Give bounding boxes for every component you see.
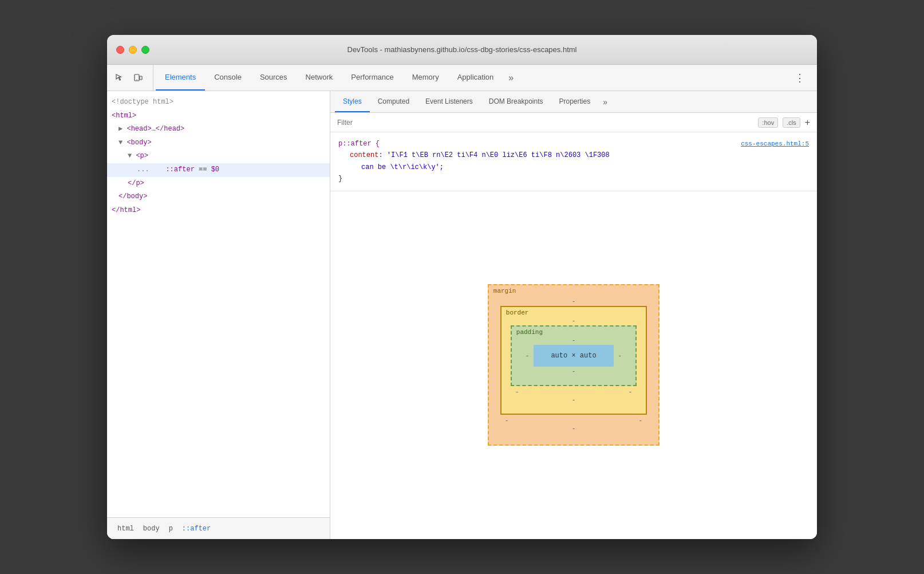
margin-bottom-value: -	[500, 424, 647, 433]
prop-value-line1: 'I\F1 t\EB rn\E2 ti\F4 n\E0 liz\E6 ti\F8…	[387, 151, 610, 159]
toolbar-end: ⋮	[787, 65, 812, 91]
tab-memory[interactable]: Memory	[403, 65, 448, 91]
tab-sources[interactable]: Sources	[251, 65, 297, 91]
rule-selector: p::after {	[338, 138, 380, 150]
css-rule-section: p::after { css-escapes.html:5 content: '…	[330, 132, 817, 191]
padding-left-value: -	[521, 352, 534, 359]
filter-input[interactable]	[337, 119, 758, 127]
box-model-section: margin - border - padding -	[330, 191, 817, 539]
close-button[interactable]	[116, 46, 124, 54]
panel-tab-event-listeners[interactable]: Event Listeners	[417, 91, 481, 112]
prop-name: content	[350, 151, 378, 159]
box-content: auto × auto	[534, 345, 613, 367]
tree-close-p[interactable]: </p>	[107, 177, 330, 191]
padding-label: padding	[516, 329, 543, 336]
border-left-value: -	[511, 388, 524, 395]
panel-tabs: Styles Computed Event Listeners DOM Brea…	[330, 91, 817, 113]
filter-right: :hov .cls +	[758, 117, 810, 128]
tab-application[interactable]: Application	[448, 65, 503, 91]
panel-tab-styles[interactable]: Styles	[335, 91, 370, 112]
right-panel: Styles Computed Event Listeners DOM Brea…	[330, 91, 817, 539]
breadcrumb-body[interactable]: body	[140, 524, 163, 534]
padding-right-value: -	[614, 352, 627, 359]
hov-button[interactable]: :hov	[758, 117, 778, 128]
tree-doctype: <!doctype html>	[107, 96, 330, 109]
devtools-menu-button[interactable]: ⋮	[792, 70, 808, 86]
tree-head[interactable]: ▶ <head>…</head>	[107, 123, 330, 136]
main-content: <!doctype html> <html> ▶ <head>…</head> …	[107, 91, 817, 539]
rule-header: p::after { css-escapes.html:5	[338, 138, 809, 150]
tree-close-html[interactable]: </html>	[107, 204, 330, 218]
panel-tab-dom-breakpoints[interactable]: DOM Breakpoints	[481, 91, 551, 112]
margin-left-value: -	[500, 417, 514, 424]
border-row: - -	[511, 388, 637, 395]
devtools-window: DevTools - mathiasbynens.github.io/css-d…	[107, 35, 817, 539]
border-bottom-value: -	[511, 395, 637, 404]
box-margin: margin - border - padding -	[488, 284, 660, 446]
tab-network[interactable]: Network	[297, 65, 342, 91]
border-label: border	[506, 309, 529, 316]
maximize-button[interactable]	[141, 46, 149, 54]
breadcrumb-html[interactable]: html	[114, 524, 137, 534]
css-property: content: 'I\F1 t\EB rn\E2 ti\F4 n\E0 liz…	[338, 150, 809, 173]
elements-panel: <!doctype html> <html> ▶ <head>…</head> …	[107, 91, 330, 539]
filter-bar: :hov .cls +	[330, 113, 817, 132]
tree-html[interactable]: <html>	[107, 109, 330, 123]
border-top-value: -	[511, 316, 637, 325]
toolbar-icons	[112, 65, 153, 91]
inspect-icon[interactable]	[112, 70, 128, 86]
border-right-value: -	[624, 388, 637, 395]
padding-bottom-value: -	[521, 367, 626, 376]
margin-row: - -	[500, 417, 647, 424]
more-tabs-button[interactable]: »	[503, 65, 519, 91]
tree-body[interactable]: ▼ <body>	[107, 136, 330, 150]
box-padding: padding - - auto × auto	[511, 325, 637, 386]
css-close-brace: }	[338, 173, 809, 184]
panel-tab-properties[interactable]: Properties	[551, 91, 598, 112]
tree-after-selected[interactable]: ... ::after == $0	[107, 163, 330, 177]
padding-top-value: -	[521, 336, 626, 345]
tab-elements[interactable]: Elements	[156, 65, 205, 91]
svg-rect-1	[140, 76, 142, 80]
prop-value-line2: can be \t\r\ic\k\y';	[350, 162, 809, 173]
tab-performance[interactable]: Performance	[342, 65, 402, 91]
main-toolbar: Elements Console Sources Network Perform…	[107, 65, 817, 91]
content-size: auto × auto	[551, 352, 596, 360]
box-model: margin - border - padding -	[488, 284, 660, 446]
breadcrumb-p[interactable]: p	[165, 524, 176, 534]
padding-row: - auto × auto -	[521, 345, 626, 367]
margin-right-value: -	[634, 417, 647, 424]
window-title: DevTools - mathiasbynens.github.io/css-d…	[347, 45, 576, 54]
traffic-lights	[116, 46, 149, 54]
elements-tree[interactable]: <!doctype html> <html> ▶ <head>…</head> …	[107, 91, 330, 517]
main-tabs: Elements Console Sources Network Perform…	[156, 65, 787, 91]
minimize-button[interactable]	[129, 46, 137, 54]
title-bar: DevTools - mathiasbynens.github.io/css-d…	[107, 35, 817, 65]
svg-point-2	[136, 79, 137, 80]
tab-console[interactable]: Console	[205, 65, 251, 91]
tree-close-body[interactable]: </body>	[107, 190, 330, 204]
box-border: border - padding - -	[500, 306, 647, 415]
add-style-button[interactable]: +	[805, 117, 810, 128]
panel-tab-computed[interactable]: Computed	[370, 91, 417, 112]
breadcrumb-bar: html body p ::after	[107, 517, 330, 539]
device-icon[interactable]	[130, 70, 146, 86]
breadcrumb-after[interactable]: ::after	[179, 524, 214, 534]
styles-content: :hov .cls + p::after { css-escapes.html:…	[330, 113, 817, 539]
tree-p[interactable]: ▼ <p>	[107, 150, 330, 163]
rule-source[interactable]: css-escapes.html:5	[741, 139, 809, 150]
margin-label: margin	[493, 288, 516, 294]
margin-top-value: -	[500, 297, 647, 306]
more-panel-tabs-button[interactable]: »	[598, 91, 612, 112]
cls-button[interactable]: .cls	[783, 117, 800, 128]
